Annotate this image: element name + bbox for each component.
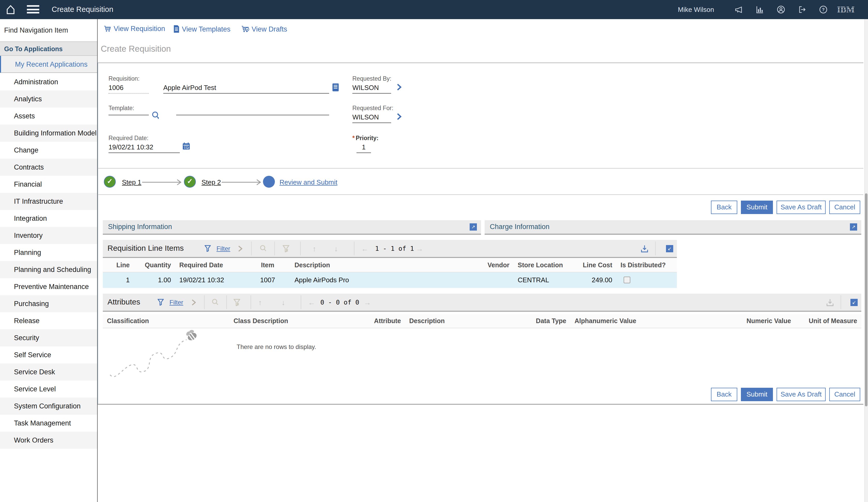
find-navigation-input[interactable]: Find Navigation Item <box>0 19 97 41</box>
move-row-up-icon[interactable]: ↑ <box>313 240 316 257</box>
sidebar-item-security[interactable]: Security <box>0 329 97 347</box>
submit-button[interactable]: Submit <box>741 201 773 214</box>
template-lookup-icon[interactable] <box>152 111 160 120</box>
save-as-draft-button[interactable]: Save As Draft <box>776 201 826 214</box>
col-required-date: Required Date <box>175 259 245 272</box>
next-page-icon[interactable]: → <box>364 294 371 311</box>
page-title: Create Requisition <box>101 44 171 54</box>
svg-text:?: ? <box>822 7 825 12</box>
template-description-input[interactable] <box>176 113 329 115</box>
sidebar-item-contracts[interactable]: Contracts <box>0 159 97 176</box>
move-row-up-icon[interactable]: ↑ <box>258 294 262 311</box>
line-items-filter-link[interactable]: Filter <box>216 240 230 257</box>
sidebar-item-service-desk[interactable]: Service Desk <box>0 363 97 381</box>
back-button[interactable]: Back <box>711 388 737 401</box>
sidebar-item-system-configuration[interactable]: System Configuration <box>0 398 97 415</box>
search-icon[interactable] <box>259 240 267 257</box>
view-drafts-link[interactable]: View Drafts <box>241 25 287 33</box>
home-icon[interactable] <box>5 4 16 15</box>
sidebar-item-financial[interactable]: Financial <box>0 176 97 193</box>
sidebar-item-purchasing[interactable]: Purchasing <box>0 295 97 312</box>
attributes-filter-link[interactable]: Filter <box>169 294 183 311</box>
sidebar-item-change[interactable]: Change <box>0 142 97 159</box>
sidebar-item-administration[interactable]: Administration <box>0 73 97 90</box>
move-row-down-icon[interactable]: ↓ <box>334 240 338 257</box>
attributes-header-row: Classification Class Description Attribu… <box>103 314 861 328</box>
sidebar-item-analytics[interactable]: Analytics <box>0 90 97 108</box>
sidebar-item-task-management[interactable]: Task Management <box>0 415 97 432</box>
panel-left-border <box>98 62 98 404</box>
view-templates-link[interactable]: View Templates <box>173 25 230 33</box>
search-icon[interactable] <box>211 294 219 311</box>
sidebar-item-inventory[interactable]: Inventory <box>0 227 97 244</box>
clear-filter-icon[interactable] <box>234 294 240 311</box>
review-and-submit-link[interactable]: Review and Submit <box>280 178 338 186</box>
download-icon-disabled[interactable] <box>826 294 834 311</box>
sidebar-item-it-infrastructure[interactable]: IT Infrastructure <box>0 193 97 210</box>
filter-funnel-icon[interactable] <box>158 294 164 311</box>
previous-page-icon[interactable]: ← <box>361 240 369 257</box>
reports-chart-icon[interactable] <box>755 5 764 14</box>
requested-for-detail-chevron-icon[interactable] <box>397 113 402 120</box>
clear-filter-icon[interactable] <box>282 240 289 257</box>
calendar-icon[interactable] <box>183 142 190 150</box>
page-header-title: Create Requisition <box>52 0 113 19</box>
cancel-button[interactable]: Cancel <box>829 388 860 401</box>
col-unit-of-measure: Unit of Measure <box>795 314 861 328</box>
sidebar-item-work-orders[interactable]: Work Orders <box>0 432 97 449</box>
filter-chevron-icon[interactable] <box>238 240 242 257</box>
sidebar-item-planning[interactable]: Planning <box>0 244 97 261</box>
back-button[interactable]: Back <box>711 201 737 214</box>
cell-line: 1 <box>103 272 134 288</box>
cancel-button[interactable]: Cancel <box>829 201 860 214</box>
step1-link[interactable]: Step 1 <box>122 178 141 186</box>
step2-link[interactable]: Step 2 <box>202 178 221 186</box>
line-items-restore-icon[interactable]: ↙ <box>666 245 673 252</box>
requested-for-value[interactable]: WILSON <box>352 113 391 123</box>
move-row-down-icon[interactable]: ↓ <box>282 294 285 311</box>
required-date-input[interactable]: 19/02/21 10:32 <box>108 143 180 153</box>
requisition-description-input[interactable]: Apple AirPod Test <box>163 84 329 93</box>
sidebar-item-release[interactable]: Release <box>0 312 97 329</box>
previous-page-icon[interactable]: ← <box>308 294 315 311</box>
logout-icon[interactable] <box>798 5 807 14</box>
sidebar-item-preventive-maintenance[interactable]: Preventive Maintenance <box>0 278 97 295</box>
charge-expand-icon[interactable]: ↗ <box>850 223 857 231</box>
sidebar-item-self-service[interactable]: Self Service <box>0 347 97 363</box>
next-page-icon[interactable]: → <box>416 240 423 257</box>
requested-by-value[interactable]: WILSON <box>352 84 391 93</box>
filter-funnel-icon[interactable] <box>205 240 211 257</box>
view-requisition-link[interactable]: View Requisition <box>103 25 165 32</box>
announcements-icon[interactable] <box>734 5 743 14</box>
sidebar-item-planning-and-scheduling[interactable]: Planning and Scheduling <box>0 261 97 278</box>
sidebar-item-integration[interactable]: Integration <box>0 210 97 227</box>
cell-line-cost: 249.00 <box>573 272 617 288</box>
filter-chevron-icon[interactable] <box>192 294 196 311</box>
sidebar-item-my-recent-applications[interactable]: My Recent Applications <box>0 56 97 73</box>
submit-button[interactable]: Submit <box>741 388 773 401</box>
sidebar-item-building-information-model[interactable]: Building Information Model... <box>0 124 97 142</box>
user-name[interactable]: Mike Wilson <box>678 0 714 19</box>
cell-store-location: CENTRAL <box>514 272 573 288</box>
attributes-restore-icon[interactable]: ↙ <box>850 299 858 306</box>
view-templates-label: View Templates <box>182 25 230 33</box>
download-icon[interactable] <box>640 240 649 257</box>
sidebar-go-to-applications[interactable]: Go To Applications <box>0 41 97 56</box>
sidebar-item-assets[interactable]: Assets <box>0 108 97 124</box>
is-distributed-checkbox[interactable] <box>623 277 630 283</box>
line-item-row[interactable]: 1 1.00 19/02/21 10:32 1007 Apple AirPods… <box>103 272 677 288</box>
scrollbar-thumb[interactable] <box>865 193 867 406</box>
shipping-expand-icon[interactable]: ↗ <box>470 223 477 231</box>
template-input[interactable] <box>108 113 149 115</box>
sidebar-item-service-level[interactable]: Service Level <box>0 381 97 398</box>
col-attr-description: Description <box>405 314 521 328</box>
profile-icon[interactable] <box>776 5 785 14</box>
long-description-icon[interactable] <box>332 83 339 91</box>
required-mark: * <box>352 135 355 141</box>
priority-input[interactable]: 1 <box>356 143 371 153</box>
save-as-draft-button[interactable]: Save As Draft <box>776 388 826 401</box>
col-description: Description <box>290 259 456 272</box>
help-icon[interactable]: ? <box>819 5 828 14</box>
requested-by-detail-chevron-icon[interactable] <box>397 84 402 90</box>
menu-icon[interactable] <box>27 5 39 14</box>
